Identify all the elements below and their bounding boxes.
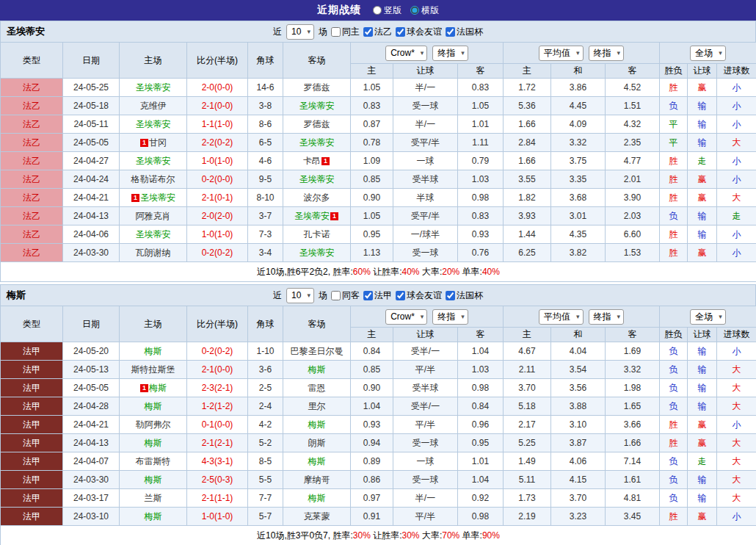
home-team-link[interactable]: 格勒诺布尔 [131, 174, 175, 184]
filter-checkbox-2[interactable]: 球会友谊 [396, 26, 442, 38]
filter-checkbox-input[interactable] [446, 291, 455, 300]
score-link[interactable]: 2-0(0-0) [202, 82, 233, 93]
odds-cell: 1.04 [458, 471, 504, 489]
recent-count-select[interactable]: 10▾ [286, 24, 314, 40]
avg-source-select[interactable]: 平均值▾ [539, 46, 584, 61]
home-team-link[interactable]: 圣埃蒂安 [140, 192, 175, 203]
home-team-link[interactable]: 圣埃蒂安 [136, 156, 171, 166]
away-team-link[interactable]: 罗德兹 [304, 119, 330, 129]
home-team-link[interactable]: 圣埃蒂安 [136, 82, 171, 93]
filter-checkbox-input[interactable] [363, 27, 373, 37]
horizontal-layout-radio[interactable] [410, 6, 419, 15]
score-link[interactable]: 2-1(0-0) [202, 101, 233, 111]
filter-checkbox-0[interactable]: 同主 [331, 26, 360, 38]
avg-time-select[interactable]: 终指▾ [589, 309, 625, 325]
away-team-link[interactable]: 圣埃蒂安 [299, 137, 335, 148]
score-link[interactable]: 1-1(1-0) [202, 119, 233, 129]
away-team-link[interactable]: 梅斯 [308, 419, 326, 430]
away-team-link[interactable]: 摩纳哥 [304, 474, 330, 485]
score-link[interactable]: 1-0(1-0) [202, 511, 233, 521]
away-team-link[interactable]: 圣埃蒂安 [299, 101, 335, 111]
match-row: 法乙24-04-27圣埃蒂安1-0(1-0)4-6卡昂11.09一球0.791.… [1, 152, 756, 170]
away-team-link[interactable]: 梅斯 [308, 364, 326, 375]
score-link[interactable]: 2-5(0-3) [202, 474, 233, 485]
away-team-link[interactable]: 朗斯 [308, 438, 326, 448]
result-cell: 赢 [688, 508, 717, 526]
score-link[interactable]: 0-1(0-0) [202, 419, 233, 430]
odds-company-select[interactable]: Crow*▾ [385, 309, 427, 325]
vertical-layout-radio[interactable] [373, 6, 382, 15]
home-team-link[interactable]: 梅斯 [145, 346, 162, 356]
home-team-link[interactable]: 斯特拉斯堡 [131, 364, 175, 375]
away-team-link[interactable]: 圣埃蒂安 [299, 174, 335, 184]
score-link[interactable]: 2-3(2-1) [202, 383, 233, 393]
score-link[interactable]: 2-2(0-2) [202, 137, 233, 148]
score-link[interactable]: 2-1(0-0) [202, 364, 233, 375]
home-team-link[interactable]: 梅斯 [145, 511, 162, 521]
avg-source-select[interactable]: 平均值▾ [539, 309, 584, 325]
filter-checkbox-2[interactable]: 球会友谊 [396, 289, 442, 302]
score-cell: 1-2(1-2) [187, 397, 248, 416]
away-team-link[interactable]: 孔卡诺 [304, 229, 330, 239]
filter-checkbox-3[interactable]: 法国杯 [446, 289, 483, 302]
filter-checkbox-1[interactable]: 法乙 [363, 26, 392, 38]
recent-count-select[interactable]: 10▾ [286, 288, 314, 303]
avg-time-select[interactable]: 终指▾ [589, 46, 625, 61]
score-link[interactable]: 2-1(1-1) [202, 493, 233, 503]
filter-checkbox-1[interactable]: 法甲 [363, 289, 392, 302]
result-cell: 输 [688, 134, 717, 152]
score-link[interactable]: 1-0(1-0) [202, 156, 233, 166]
scope-select[interactable]: 全场▾ [690, 46, 726, 61]
filter-checkbox-0[interactable]: 同客 [331, 289, 360, 302]
home-team-link[interactable]: 阿雅克肖 [136, 211, 171, 221]
away-team-link[interactable]: 罗德兹 [304, 82, 330, 93]
scope-select-value: 全场 [695, 47, 713, 59]
home-team-link[interactable]: 瓦朗谢纳 [136, 248, 171, 258]
home-team-link[interactable]: 勒阿弗尔 [136, 419, 171, 430]
away-team-link[interactable]: 克莱蒙 [304, 511, 330, 521]
odds-cell: 平/半 [393, 416, 458, 434]
filter-checkbox-input[interactable] [396, 27, 405, 37]
away-team-link[interactable]: 圣埃蒂安 [299, 248, 335, 258]
score-link[interactable]: 2-1(2-1) [202, 438, 233, 448]
filter-checkbox-input[interactable] [331, 27, 341, 37]
away-team-link[interactable]: 卡昂 [303, 156, 321, 166]
score-link[interactable]: 0-2(0-2) [202, 248, 233, 258]
filter-checkbox-input[interactable] [363, 291, 373, 300]
layout-option-vertical[interactable]: 竖版 [373, 4, 401, 17]
score-link[interactable]: 1-0(1-0) [202, 229, 233, 239]
home-team-link[interactable]: 圣埃蒂安 [136, 119, 171, 129]
home-team-link[interactable]: 克维伊 [140, 101, 167, 111]
filter-checkbox-3[interactable]: 法国杯 [446, 26, 483, 38]
score-link[interactable]: 0-2(0-2) [202, 346, 233, 356]
away-team-link[interactable]: 巴黎圣日尔曼 [291, 346, 344, 356]
away-team-link[interactable]: 雷恩 [308, 383, 326, 393]
away-team-link[interactable]: 梅斯 [308, 456, 326, 466]
away-team-link[interactable]: 波尔多 [304, 192, 330, 203]
odds-company-select[interactable]: Crow*▾ [385, 46, 427, 61]
score-link[interactable]: 2-0(2-0) [202, 211, 233, 221]
home-team-link[interactable]: 梅斯 [149, 383, 167, 393]
home-team-link[interactable]: 梅斯 [145, 474, 162, 485]
layout-option-horizontal[interactable]: 横版 [410, 4, 439, 17]
odds-time-select[interactable]: 终指▾ [432, 46, 468, 61]
avg-odds-cell: 2.03 [606, 207, 660, 225]
away-team-link[interactable]: 圣埃蒂安 [294, 211, 330, 221]
home-team-link[interactable]: 布雷斯特 [136, 456, 171, 466]
odds-time-select[interactable]: 终指▾ [432, 309, 468, 325]
filter-checkbox-input[interactable] [446, 27, 455, 37]
scope-select[interactable]: 全场▾ [690, 309, 726, 325]
away-team-link[interactable]: 梅斯 [308, 493, 326, 503]
home-team-link[interactable]: 梅斯 [145, 401, 162, 411]
score-link[interactable]: 1-2(1-2) [202, 401, 233, 411]
score-link[interactable]: 2-1(0-1) [202, 192, 233, 203]
score-link[interactable]: 0-2(0-0) [202, 174, 233, 184]
home-team-link[interactable]: 圣埃蒂安 [136, 229, 171, 239]
home-team-link[interactable]: 兰斯 [145, 493, 162, 503]
filter-checkbox-input[interactable] [396, 291, 405, 300]
home-team-link[interactable]: 梅斯 [145, 438, 162, 448]
home-team-link[interactable]: 甘冈 [149, 137, 167, 148]
away-team-link[interactable]: 里尔 [308, 401, 326, 411]
score-link[interactable]: 4-3(3-1) [202, 456, 233, 466]
filter-checkbox-input[interactable] [331, 291, 341, 300]
